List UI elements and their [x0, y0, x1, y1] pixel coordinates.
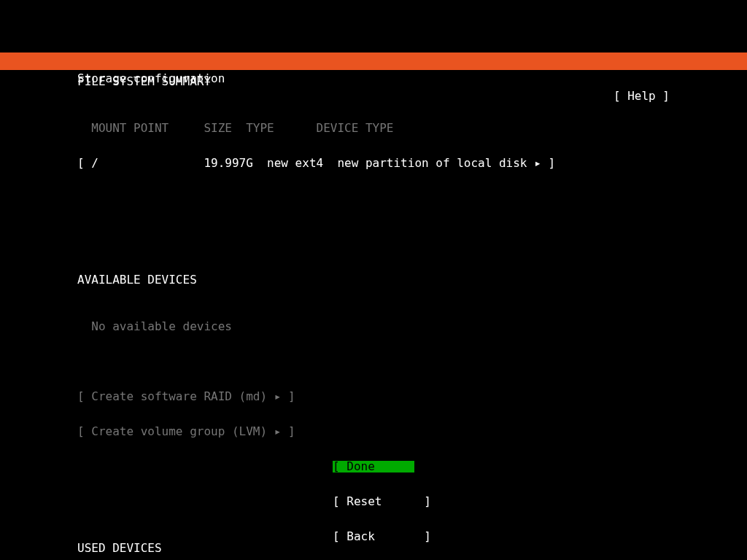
col-size: SIZE: [204, 121, 232, 135]
col-devtype: DEVICE TYPE: [317, 121, 394, 135]
fs-summary-header-row: MOUNT POINT SIZE TYPE DEVICE TYPE: [77, 122, 670, 134]
create-raid-button[interactable]: [ Create software RAID (md) ▸ ]: [77, 391, 670, 402]
reset-button[interactable]: [ Reset ]: [333, 496, 414, 508]
back-button[interactable]: [ Back ]: [333, 531, 414, 542]
action-buttons: [ Done ] [ Reset ] [ Back ]: [0, 438, 747, 554]
col-type: TYPE: [246, 121, 274, 135]
no-available-text: No available devices: [77, 321, 670, 332]
fs-summary-row[interactable]: [ / 19.997G new ext4 new partition of lo…: [77, 158, 670, 169]
fs-summary-heading: FILE SYSTEM SUMMARY: [77, 76, 670, 88]
create-lvm-button[interactable]: [ Create volume group (LVM) ▸ ]: [77, 426, 670, 438]
col-mount: MOUNT POINT: [91, 121, 169, 135]
done-button[interactable]: [ Done ]: [333, 461, 414, 472]
available-heading: AVAILABLE DEVICES: [77, 274, 670, 286]
